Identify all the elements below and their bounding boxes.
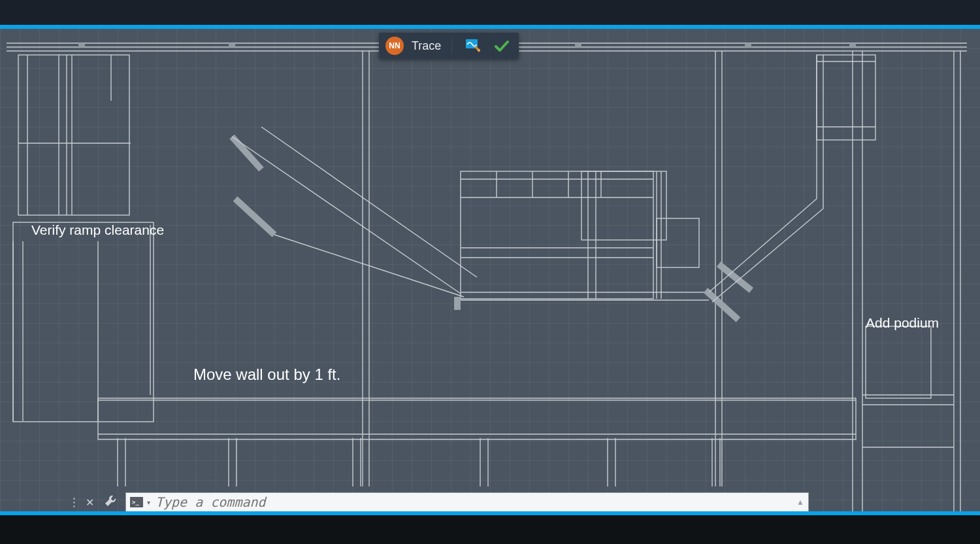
accent-bar-bottom (0, 511, 980, 515)
toolbar-separator (451, 37, 452, 54)
command-input[interactable] (154, 494, 792, 511)
command-prompt-icon (130, 497, 143, 507)
title-bar (0, 0, 980, 25)
svg-rect-6 (18, 55, 129, 215)
annotation-wall: Move wall out by 1 ft. (193, 366, 340, 384)
wrench-icon (104, 494, 118, 508)
annotation-podium: Add podium (866, 315, 939, 331)
svg-rect-9 (866, 326, 931, 398)
command-input-container[interactable]: ▾ ▲ (125, 492, 809, 512)
svg-rect-10 (461, 171, 653, 299)
svg-rect-7 (13, 222, 154, 422)
trace-settings-button[interactable] (463, 35, 483, 56)
user-avatar[interactable]: NN (385, 37, 404, 55)
trace-confirm-button[interactable] (491, 35, 512, 56)
svg-rect-11 (581, 171, 666, 240)
svg-line-16 (706, 290, 738, 320)
annotation-ramp: Verify ramp clearance (31, 222, 164, 238)
trace-settings-icon (466, 39, 480, 52)
command-bar-customize-button[interactable] (102, 492, 120, 513)
command-bar-close-button[interactable]: ✕ (83, 494, 97, 511)
svg-rect-12 (657, 218, 699, 267)
command-bar-drag-handle[interactable] (71, 498, 78, 507)
trace-toolbar: NN Trace (379, 33, 519, 59)
floorplan-drawing (0, 29, 980, 515)
svg-rect-8 (817, 55, 875, 140)
command-bar: ✕ ▾ ▲ (71, 491, 809, 513)
checkmark-icon (494, 39, 510, 52)
trace-label: Trace (412, 39, 441, 53)
drawing-canvas[interactable]: Verify ramp clearance Move wall out by 1… (0, 29, 980, 515)
command-history-dropdown[interactable]: ▾ (147, 499, 150, 506)
svg-line-13 (232, 137, 261, 169)
svg-line-17 (719, 264, 751, 290)
svg-line-14 (235, 199, 274, 235)
command-bar-expand-button[interactable]: ▲ (796, 498, 804, 507)
